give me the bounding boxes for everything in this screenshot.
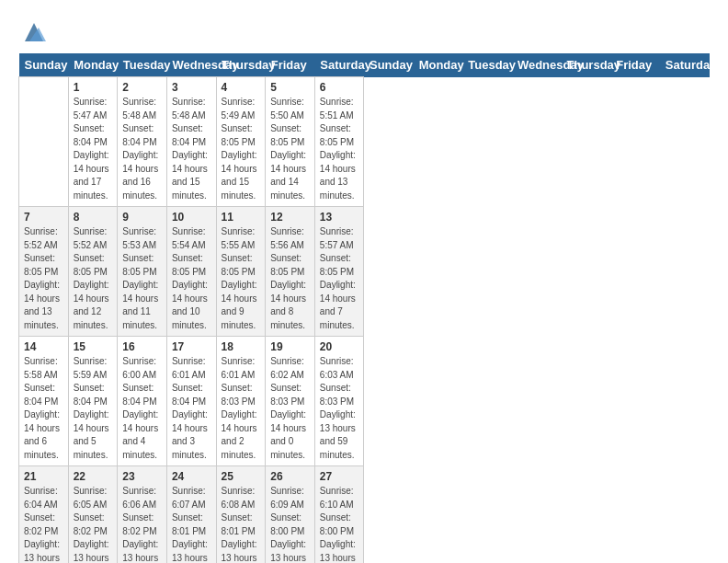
day-number: 16	[122, 340, 162, 353]
calendar-week-4: 21Sunrise: 6:04 AMSunset: 8:02 PMDayligh…	[19, 466, 710, 564]
weekday-header-monday: Monday	[414, 53, 463, 77]
weekday-header-thursday: Thursday	[216, 53, 266, 77]
cell-info: Sunrise: 6:01 AMSunset: 8:04 PMDaylight:…	[172, 355, 211, 462]
weekday-header-wednesday: Wednesday	[512, 53, 562, 77]
calendar-cell: 26Sunrise: 6:09 AMSunset: 8:00 PMDayligh…	[266, 466, 315, 564]
day-number: 14	[24, 340, 63, 353]
day-number: 10	[172, 211, 211, 224]
calendar-table: SundayMondayTuesdayWednesdayThursdayFrid…	[18, 53, 710, 563]
day-number: 24	[172, 470, 211, 483]
calendar-cell: 1Sunrise: 5:47 AMSunset: 8:04 PMDaylight…	[68, 77, 118, 207]
day-number: 19	[270, 340, 310, 353]
calendar-week-2: 7Sunrise: 5:52 AMSunset: 8:05 PMDaylight…	[19, 207, 710, 337]
cell-info: Sunrise: 6:01 AMSunset: 8:03 PMDaylight:…	[222, 355, 261, 462]
cell-info: Sunrise: 6:04 AMSunset: 8:02 PMDaylight:…	[24, 485, 63, 563]
weekday-header-thursday: Thursday	[562, 53, 611, 77]
cell-info: Sunrise: 6:03 AMSunset: 8:03 PMDaylight:…	[320, 355, 359, 462]
day-number: 23	[122, 470, 162, 483]
cell-info: Sunrise: 5:59 AMSunset: 8:04 PMDaylight:…	[74, 355, 113, 462]
calendar-cell: 7Sunrise: 5:52 AMSunset: 8:05 PMDaylight…	[19, 207, 69, 337]
calendar-header-row: SundayMondayTuesdayWednesdayThursdayFrid…	[19, 53, 710, 77]
calendar-cell: 13Sunrise: 5:57 AMSunset: 8:05 PMDayligh…	[314, 207, 364, 337]
cell-info: Sunrise: 5:58 AMSunset: 8:04 PMDaylight:…	[24, 355, 63, 462]
calendar-cell: 27Sunrise: 6:10 AMSunset: 8:00 PMDayligh…	[314, 466, 364, 564]
calendar-cell: 4Sunrise: 5:49 AMSunset: 8:05 PMDaylight…	[216, 77, 266, 207]
calendar-cell: 19Sunrise: 6:02 AMSunset: 8:03 PMDayligh…	[266, 337, 315, 466]
day-number: 8	[74, 211, 113, 224]
calendar-cell: 24Sunrise: 6:07 AMSunset: 8:01 PMDayligh…	[166, 466, 216, 564]
cell-info: Sunrise: 6:10 AMSunset: 8:00 PMDaylight:…	[320, 485, 359, 563]
weekday-header-sunday: Sunday	[364, 53, 414, 77]
day-number: 20	[320, 340, 359, 353]
weekday-header-friday: Friday	[610, 53, 660, 77]
cell-info: Sunrise: 5:52 AMSunset: 8:05 PMDaylight:…	[24, 225, 63, 332]
cell-info: Sunrise: 5:51 AMSunset: 8:05 PMDaylight:…	[320, 96, 359, 202]
day-number: 1	[74, 81, 113, 94]
calendar-cell: 21Sunrise: 6:04 AMSunset: 8:02 PMDayligh…	[19, 466, 69, 564]
calendar-cell: 2Sunrise: 5:48 AMSunset: 8:04 PMDaylight…	[118, 77, 167, 207]
cell-info: Sunrise: 6:08 AMSunset: 8:01 PMDaylight:…	[222, 485, 261, 563]
calendar-cell: 14Sunrise: 5:58 AMSunset: 8:04 PMDayligh…	[19, 337, 69, 466]
day-number: 17	[172, 340, 211, 353]
calendar-cell: 25Sunrise: 6:08 AMSunset: 8:01 PMDayligh…	[216, 466, 266, 564]
cell-info: Sunrise: 5:48 AMSunset: 8:04 PMDaylight:…	[122, 96, 162, 202]
calendar-cell: 15Sunrise: 5:59 AMSunset: 8:04 PMDayligh…	[68, 337, 118, 466]
calendar-cell: 23Sunrise: 6:06 AMSunset: 8:02 PMDayligh…	[118, 466, 167, 564]
calendar-cell: 22Sunrise: 6:05 AMSunset: 8:02 PMDayligh…	[68, 466, 118, 564]
logo-icon	[20, 18, 48, 46]
calendar-cell: 3Sunrise: 5:48 AMSunset: 8:04 PMDaylight…	[166, 77, 216, 207]
weekday-header-saturday: Saturday	[314, 53, 364, 77]
calendar-cell: 9Sunrise: 5:53 AMSunset: 8:05 PMDaylight…	[118, 207, 167, 337]
day-number: 12	[270, 211, 310, 224]
calendar-cell: 6Sunrise: 5:51 AMSunset: 8:05 PMDaylight…	[314, 77, 364, 207]
cell-info: Sunrise: 5:50 AMSunset: 8:05 PMDaylight:…	[270, 96, 310, 202]
page-header	[18, 18, 710, 46]
calendar-cell: 11Sunrise: 5:55 AMSunset: 8:05 PMDayligh…	[216, 207, 266, 337]
cell-info: Sunrise: 5:57 AMSunset: 8:05 PMDaylight:…	[320, 225, 359, 332]
weekday-header-wednesday: Wednesday	[166, 53, 216, 77]
cell-info: Sunrise: 5:54 AMSunset: 8:05 PMDaylight:…	[172, 225, 211, 332]
calendar-week-1: 1Sunrise: 5:47 AMSunset: 8:04 PMDaylight…	[19, 77, 710, 207]
calendar-cell	[19, 77, 69, 207]
weekday-header-friday: Friday	[266, 53, 315, 77]
day-number: 4	[222, 81, 261, 94]
day-number: 13	[320, 211, 359, 224]
calendar-cell: 12Sunrise: 5:56 AMSunset: 8:05 PMDayligh…	[266, 207, 315, 337]
day-number: 15	[74, 340, 113, 353]
day-number: 7	[24, 211, 63, 224]
weekday-header-saturday: Saturday	[660, 53, 710, 77]
cell-info: Sunrise: 5:55 AMSunset: 8:05 PMDaylight:…	[222, 225, 261, 332]
day-number: 25	[222, 470, 261, 483]
cell-info: Sunrise: 6:07 AMSunset: 8:01 PMDaylight:…	[172, 485, 211, 563]
calendar-cell: 17Sunrise: 6:01 AMSunset: 8:04 PMDayligh…	[166, 337, 216, 466]
cell-info: Sunrise: 5:56 AMSunset: 8:05 PMDaylight:…	[270, 225, 310, 332]
weekday-header-monday: Monday	[68, 53, 118, 77]
day-number: 6	[320, 81, 359, 94]
calendar-week-3: 14Sunrise: 5:58 AMSunset: 8:04 PMDayligh…	[19, 337, 710, 466]
day-number: 21	[24, 470, 63, 483]
logo	[18, 18, 48, 46]
calendar-cell: 5Sunrise: 5:50 AMSunset: 8:05 PMDaylight…	[266, 77, 315, 207]
cell-info: Sunrise: 5:48 AMSunset: 8:04 PMDaylight:…	[172, 96, 211, 202]
cell-info: Sunrise: 6:09 AMSunset: 8:00 PMDaylight:…	[270, 485, 310, 563]
day-number: 3	[172, 81, 211, 94]
cell-info: Sunrise: 5:53 AMSunset: 8:05 PMDaylight:…	[122, 225, 162, 332]
day-number: 11	[222, 211, 261, 224]
cell-info: Sunrise: 6:05 AMSunset: 8:02 PMDaylight:…	[74, 485, 113, 563]
cell-info: Sunrise: 6:00 AMSunset: 8:04 PMDaylight:…	[122, 355, 162, 462]
cell-info: Sunrise: 5:49 AMSunset: 8:05 PMDaylight:…	[222, 96, 261, 202]
cell-info: Sunrise: 5:52 AMSunset: 8:05 PMDaylight:…	[74, 225, 113, 332]
cell-info: Sunrise: 6:02 AMSunset: 8:03 PMDaylight:…	[270, 355, 310, 462]
cell-info: Sunrise: 6:06 AMSunset: 8:02 PMDaylight:…	[122, 485, 162, 563]
weekday-header-tuesday: Tuesday	[462, 53, 512, 77]
weekday-header-tuesday: Tuesday	[118, 53, 167, 77]
calendar-cell: 8Sunrise: 5:52 AMSunset: 8:05 PMDaylight…	[68, 207, 118, 337]
calendar-cell: 16Sunrise: 6:00 AMSunset: 8:04 PMDayligh…	[118, 337, 167, 466]
day-number: 22	[74, 470, 113, 483]
cell-info: Sunrise: 5:47 AMSunset: 8:04 PMDaylight:…	[74, 96, 113, 202]
calendar-cell: 20Sunrise: 6:03 AMSunset: 8:03 PMDayligh…	[314, 337, 364, 466]
calendar-cell: 18Sunrise: 6:01 AMSunset: 8:03 PMDayligh…	[216, 337, 266, 466]
day-number: 18	[222, 340, 261, 353]
day-number: 9	[122, 211, 162, 224]
day-number: 2	[122, 81, 162, 94]
